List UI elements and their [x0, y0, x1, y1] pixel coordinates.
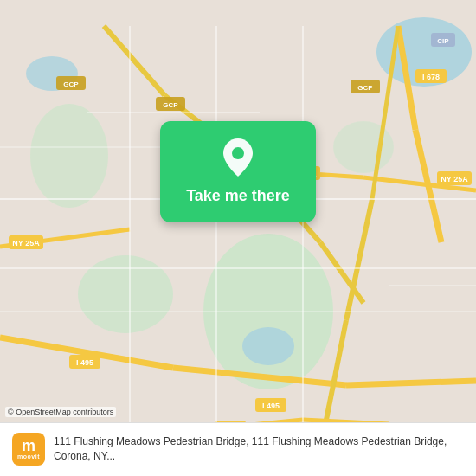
- map-pin-icon: [219, 135, 257, 180]
- take-me-there-label: Take me there: [186, 187, 290, 205]
- svg-text:GCP: GCP: [163, 101, 178, 109]
- map-container[interactable]: I 495 I 495 I 678 NY 25A NY 25A NY 25A: [0, 0, 476, 476]
- moovit-logo: m moovit: [12, 433, 45, 466]
- svg-text:NY 25A: NY 25A: [12, 239, 40, 248]
- svg-point-4: [242, 327, 294, 365]
- attribution-text: © OpenStreetMap contributors: [8, 408, 113, 416]
- moovit-letter: m: [22, 438, 35, 453]
- address-text: 111 Flushing Meadows Pedestrian Bridge, …: [54, 434, 464, 464]
- svg-text:I 495: I 495: [262, 402, 280, 410]
- svg-line-10: [346, 381, 476, 385]
- svg-text:CIP: CIP: [437, 37, 449, 45]
- moovit-logo-icon: m moovit: [12, 433, 45, 466]
- svg-point-56: [232, 147, 244, 159]
- svg-text:NY 25A: NY 25A: [441, 175, 468, 183]
- take-me-there-card[interactable]: Take me there: [160, 121, 316, 222]
- svg-text:I 678: I 678: [422, 73, 440, 81]
- svg-text:GCP: GCP: [357, 84, 373, 92]
- svg-point-6: [30, 104, 108, 208]
- osm-attribution[interactable]: © OpenStreetMap contributors: [5, 407, 116, 417]
- moovit-word: moovit: [17, 453, 40, 460]
- app-container: I 495 I 495 I 678 NY 25A NY 25A NY 25A: [0, 0, 476, 476]
- svg-text:I 495: I 495: [76, 358, 93, 367]
- svg-point-5: [78, 255, 173, 333]
- bottom-bar: m moovit 111 Flushing Meadows Pedestrian…: [0, 422, 476, 476]
- svg-text:GCP: GCP: [63, 80, 79, 88]
